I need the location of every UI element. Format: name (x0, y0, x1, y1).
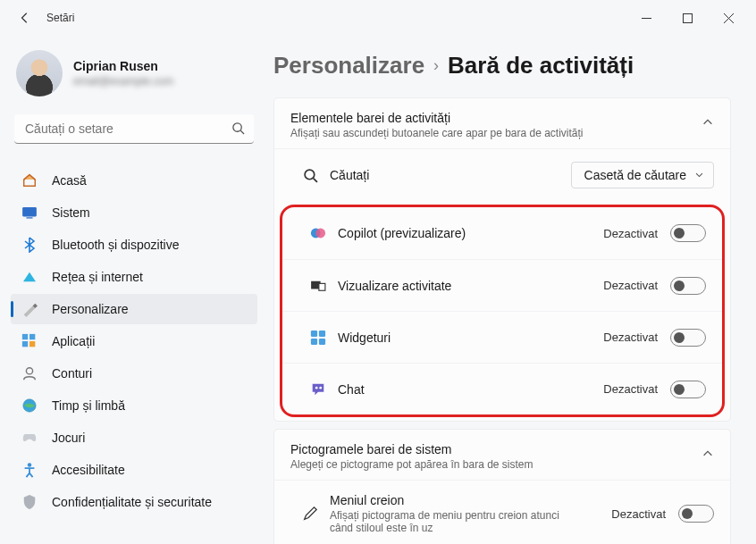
svg-rect-19 (311, 338, 317, 344)
sidebar-item-home[interactable]: Acasă (11, 165, 257, 196)
section-systray-icons: Pictogramele barei de sistem Alegeți ce … (273, 429, 731, 544)
svg-point-12 (305, 170, 315, 180)
sidebar-item-label: Confidențialitate și securitate (52, 495, 212, 509)
svg-rect-20 (319, 338, 325, 344)
accessibility-icon (21, 462, 38, 478)
svg-rect-0 (683, 13, 692, 22)
row-label: Chat (338, 382, 603, 397)
section-header[interactable]: Elementele barei de activități Afișați s… (274, 98, 730, 148)
chat-icon (298, 381, 338, 398)
window-title: Setări (46, 12, 74, 24)
window-maximize[interactable] (667, 0, 708, 36)
sidebar-item-accounts[interactable]: Conturi (11, 358, 257, 389)
svg-point-11 (28, 463, 32, 467)
chat-toggle[interactable] (670, 381, 706, 398)
profile-name: Ciprian Rusen (73, 59, 173, 73)
apps-icon (21, 333, 38, 349)
toggle-state: Dezactivat (603, 382, 658, 396)
personalization-icon (21, 301, 38, 317)
chevron-down-icon (694, 168, 704, 182)
section-taskbar-items: Elementele barei de activități Afișați s… (273, 97, 731, 422)
search-input[interactable] (14, 114, 254, 144)
window-close[interactable] (708, 0, 749, 36)
svg-rect-16 (319, 283, 325, 290)
row-copilot: Copilot (previzualizare) Dezactivat (282, 207, 722, 259)
toggle-state: Dezactivat (611, 507, 666, 521)
search-icon (231, 121, 245, 138)
row-label: Căutați (330, 168, 571, 182)
arrow-left-icon (19, 12, 31, 24)
row-search: Căutați Casetă de căutare (274, 148, 730, 201)
section-subtitle: Alegeți ce pictograme pot apărea în bara… (290, 458, 701, 471)
row-taskview: Vizualizare activitate Dezactivat (282, 259, 722, 311)
sidebar-item-bluetooth[interactable]: Bluetooth și dispozitive (11, 230, 257, 260)
sidebar-item-label: Bluetooth și dispozitive (52, 238, 179, 252)
search-mode-dropdown[interactable]: Casetă de căutare (571, 162, 714, 188)
network-icon (21, 269, 38, 285)
row-pen-menu: Meniul creion Afișați pictograma de meni… (274, 480, 730, 544)
taskview-toggle[interactable] (670, 277, 706, 295)
profile-block[interactable]: Ciprian Rusen email@example.com (11, 45, 257, 109)
sidebar-item-privacy[interactable]: Confidențialitate și securitate (11, 487, 257, 517)
svg-rect-17 (311, 330, 317, 336)
svg-point-1 (233, 122, 241, 130)
svg-rect-18 (319, 330, 325, 336)
section-title: Elementele barei de activități (290, 111, 701, 125)
widgets-icon (298, 330, 338, 346)
svg-rect-7 (29, 341, 35, 347)
sidebar-item-personalization[interactable]: Personalizare (11, 294, 257, 324)
svg-rect-4 (22, 334, 28, 339)
row-label: Meniul creion (330, 493, 611, 507)
close-icon (724, 13, 734, 23)
sidebar-item-label: Conturi (52, 366, 92, 381)
sidebar-item-network[interactable]: Rețea și internet (11, 262, 257, 292)
sidebar-item-label: Acasă (52, 173, 87, 188)
pen-icon (290, 506, 330, 522)
breadcrumb-parent[interactable]: Personalizare (273, 52, 424, 80)
accounts-icon (21, 365, 38, 381)
copilot-icon (298, 225, 338, 241)
section-title: Pictogramele barei de sistem (290, 442, 701, 456)
widgets-toggle[interactable] (670, 329, 706, 347)
sidebar-item-label: Personalizare (52, 302, 129, 316)
row-label: Widgeturi (338, 331, 603, 345)
profile-email: email@example.com (73, 75, 173, 88)
chevron-up-icon (701, 442, 714, 463)
svg-rect-2 (22, 207, 37, 217)
page-title: Bară de activități (448, 52, 634, 80)
maximize-icon (683, 13, 693, 23)
row-sublabel: Afișați pictograma de meniu pentru creio… (330, 509, 562, 534)
window-minimize[interactable] (626, 0, 667, 36)
back-button[interactable] (16, 9, 34, 27)
sidebar-item-label: Sistem (52, 205, 90, 220)
row-label: Copilot (previzualizare) (338, 226, 603, 240)
taskview-icon (298, 280, 338, 292)
highlighted-rows: Copilot (previzualizare) Dezactivat Vizu… (280, 205, 725, 417)
sidebar-item-apps[interactable]: Aplicații (11, 326, 257, 356)
search-icon (290, 168, 330, 183)
toggle-state: Dezactivat (603, 279, 658, 292)
sidebar-item-time[interactable]: Timp și limbă (11, 390, 257, 421)
minimize-icon (642, 13, 651, 23)
toggle-state: Dezactivat (603, 227, 658, 240)
section-header[interactable]: Pictogramele barei de sistem Alegeți ce … (274, 430, 730, 480)
svg-rect-3 (27, 217, 33, 218)
sidebar-item-label: Rețea și internet (52, 270, 143, 284)
system-icon (21, 205, 38, 221)
settings-search[interactable] (14, 114, 254, 144)
breadcrumb: Personalizare › Bară de activități (273, 52, 731, 80)
copilot-toggle[interactable] (670, 224, 706, 242)
svg-rect-5 (29, 334, 35, 339)
avatar (16, 50, 63, 96)
pen-toggle[interactable] (678, 505, 714, 523)
sidebar-item-system[interactable]: Sistem (11, 197, 257, 228)
svg-rect-6 (22, 341, 28, 347)
toggle-state: Dezactivat (603, 331, 658, 344)
section-subtitle: Afișați sau ascundeți butoanele care apa… (290, 127, 701, 139)
sidebar-item-label: Timp și limbă (52, 398, 125, 413)
svg-point-22 (319, 386, 322, 389)
chevron-up-icon (701, 111, 714, 131)
sidebar-item-accessibility[interactable]: Accesibilitate (11, 455, 257, 485)
gaming-icon (21, 430, 38, 446)
sidebar-item-gaming[interactable]: Jocuri (11, 423, 257, 453)
